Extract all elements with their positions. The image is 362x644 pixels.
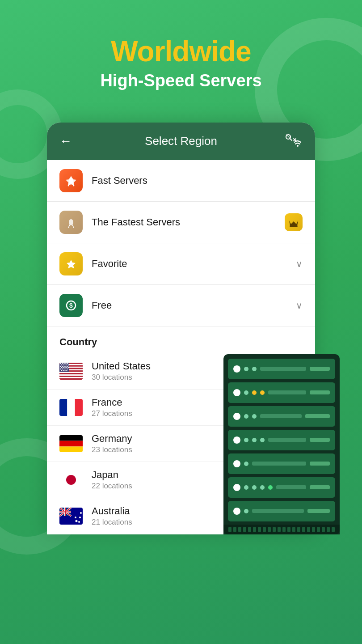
server-rack-illustration [223, 354, 344, 534]
hero-section: Worldwide High-Speed Servers [0, 0, 362, 109]
fast-servers-icon [59, 169, 83, 192]
svg-rect-56 [67, 399, 75, 416]
free-chevron: ∨ [296, 300, 303, 311]
svg-rect-8 [290, 225, 298, 227]
svg-rect-57 [75, 399, 83, 416]
svg-point-30 [67, 363, 68, 364]
svg-point-38 [63, 366, 64, 367]
header-icons [285, 133, 303, 149]
menu-item-free[interactable]: $ Free ∨ [47, 285, 315, 326]
svg-rect-60 [59, 446, 83, 452]
fastest-servers-icon [59, 211, 83, 234]
svg-point-50 [67, 369, 68, 369]
svg-point-29 [65, 363, 66, 364]
svg-rect-22 [59, 376, 83, 377]
svg-point-33 [64, 364, 65, 365]
svg-point-45 [68, 367, 69, 368]
hero-title: Worldwide [18, 36, 344, 67]
svg-point-28 [63, 363, 64, 364]
svg-point-76 [75, 517, 76, 518]
svg-point-40 [67, 366, 68, 367]
svg-rect-24 [59, 378, 83, 380]
svg-point-77 [80, 512, 82, 514]
svg-point-52 [63, 370, 63, 371]
free-label: Free [92, 300, 296, 311]
svg-text:$: $ [69, 302, 73, 309]
server-row-7 [228, 501, 335, 521]
card-header: ← Select Region [47, 123, 315, 160]
svg-point-41 [61, 367, 62, 368]
svg-rect-72 [59, 511, 71, 512]
svg-point-32 [63, 364, 63, 365]
fastest-servers-label: The Fastest Servers [92, 216, 285, 228]
flag-au [59, 508, 83, 525]
menu-item-favorite[interactable]: Favorite ∨ [47, 243, 315, 285]
flag-us [59, 363, 83, 380]
svg-point-39 [65, 366, 66, 367]
server-row-1 [228, 359, 335, 379]
svg-point-73 [76, 520, 78, 522]
svg-point-3 [297, 145, 299, 147]
svg-point-49 [65, 369, 66, 369]
country-section-header: Country [47, 326, 315, 353]
flag-de [59, 435, 83, 452]
svg-rect-59 [59, 441, 83, 447]
flag-fr [59, 399, 83, 416]
server-row-4 [228, 430, 335, 450]
svg-point-31 [61, 364, 62, 365]
svg-point-34 [66, 364, 67, 365]
server-row-5 [228, 453, 335, 474]
menu-item-fastest-servers[interactable]: The Fastest Servers [47, 202, 315, 243]
svg-point-74 [79, 517, 81, 518]
menu-list: Fast Servers The Fastest Servers [47, 160, 315, 326]
svg-rect-58 [59, 435, 83, 441]
menu-item-fast-servers[interactable]: Fast Servers [47, 160, 315, 202]
server-row-2 [228, 382, 335, 403]
card-title: Select Region [77, 134, 285, 148]
favorite-chevron: ∨ [296, 258, 303, 269]
svg-rect-19 [59, 372, 83, 373]
svg-rect-23 [59, 377, 83, 378]
svg-point-53 [64, 370, 65, 371]
hero-subtitle: High-Speed Servers [18, 71, 344, 91]
svg-point-51 [61, 370, 62, 371]
svg-point-75 [78, 521, 80, 523]
svg-point-62 [66, 475, 76, 485]
svg-point-44 [66, 367, 67, 368]
svg-line-1 [290, 139, 292, 140]
svg-rect-21 [59, 374, 83, 376]
favorite-label: Favorite [92, 258, 296, 270]
svg-point-26 [60, 363, 61, 364]
svg-point-43 [64, 367, 65, 368]
svg-rect-55 [59, 399, 67, 416]
svg-point-7 [69, 219, 73, 225]
svg-point-37 [62, 366, 63, 367]
fast-servers-label: Fast Servers [92, 175, 303, 186]
free-icon: $ [59, 294, 83, 317]
svg-point-47 [62, 369, 63, 369]
flag-jp [59, 471, 83, 488]
svg-point-6 [69, 178, 73, 184]
svg-point-46 [60, 369, 61, 369]
svg-point-54 [66, 370, 67, 371]
svg-point-35 [68, 364, 69, 365]
back-button[interactable]: ← [59, 134, 77, 148]
svg-rect-20 [59, 373, 83, 374]
favorite-icon [59, 252, 83, 275]
server-row-6 [228, 477, 335, 498]
server-row-3 [228, 406, 335, 427]
svg-point-42 [63, 367, 63, 368]
svg-point-36 [60, 366, 61, 367]
svg-point-48 [63, 369, 64, 369]
wifi-search-icon[interactable] [285, 133, 303, 149]
svg-point-27 [62, 363, 63, 364]
premium-badge [285, 213, 303, 231]
